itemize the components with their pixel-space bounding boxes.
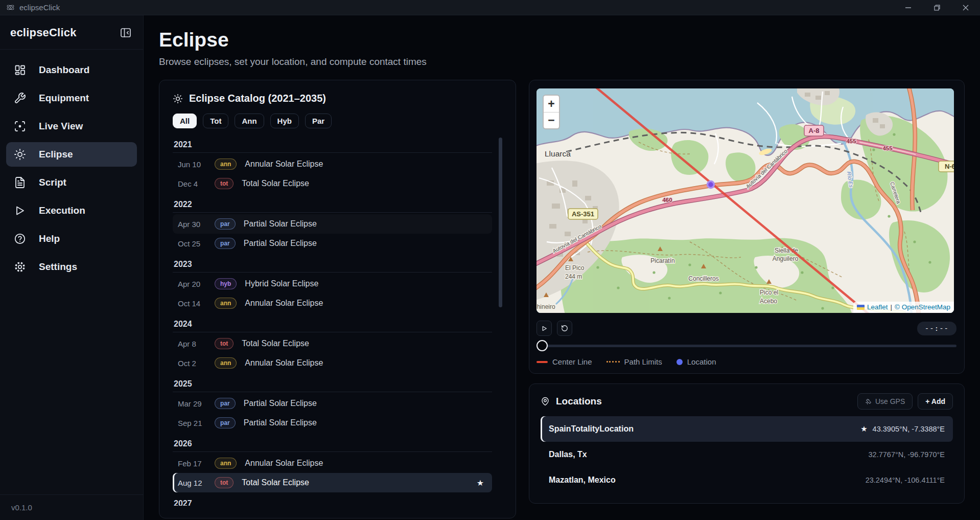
reset-button[interactable] [557, 321, 572, 336]
location-marker[interactable] [708, 182, 714, 188]
play-icon [541, 325, 548, 332]
eclipse-row-selected[interactable]: Aug 12 tot Total Solar Eclipse ★ [173, 473, 492, 492]
location-row[interactable]: Mazatlan, Mexico 23.2494°N, -106.4111°E [541, 467, 953, 493]
locations-title: Locations [556, 396, 602, 407]
location-row[interactable]: Dallas, Tx 32.7767°N, -96.7970°E [541, 442, 953, 467]
map-panel: A-8 AS-351 N-63 460 455 455 [529, 80, 965, 374]
eclipse-row[interactable]: Oct 14 ann Annular Solar Eclipse [173, 293, 492, 313]
eclipse-row[interactable]: Dec 4 tot Total Solar Eclipse [173, 174, 492, 193]
satellite-icon [865, 398, 872, 405]
legend-center-line: Center Line [536, 357, 592, 366]
sidebar-item-dashboard[interactable]: Dashboard [6, 58, 137, 82]
sidebar-item-execution[interactable]: Execution [6, 198, 137, 223]
map-label-pico-acebo-2: Acebo [760, 298, 777, 305]
locations-panel: Locations Use GPS + Add [529, 383, 965, 504]
type-badge: ann [215, 159, 237, 170]
star-icon: ★ [860, 424, 867, 434]
minimize-button[interactable] [894, 0, 923, 15]
catalog-filters: All Tot Ann Hyb Par [173, 114, 502, 128]
map-label-siella-2: Anguilero [773, 255, 799, 262]
filter-ann[interactable]: Ann [235, 114, 264, 128]
filter-par[interactable]: Par [305, 114, 332, 128]
openstreetmap-link[interactable]: © OpenStreetMap [895, 303, 950, 311]
eclipse-row[interactable]: Oct 2 ann Annular Solar Eclipse [173, 353, 492, 373]
eclipse-row[interactable]: Apr 30 par Partial Solar Eclipse [173, 214, 492, 234]
type-badge: ann [215, 298, 237, 309]
map-zoom-out-button[interactable]: − [544, 112, 559, 128]
type-badge: par [215, 398, 236, 409]
dashboard-icon [14, 64, 26, 76]
type-badge: tot [215, 477, 234, 488]
year-header: 2022 [173, 196, 492, 213]
gear-icon [14, 261, 26, 273]
eclipse-row[interactable]: Apr 8 tot Total Solar Eclipse [173, 334, 492, 353]
app-version: v0.1.0 [0, 494, 143, 520]
sidebar-item-label: Live View [39, 121, 83, 132]
legend-location: Location [676, 357, 716, 366]
map-zoom-in-button[interactable]: + [544, 96, 559, 112]
eclipse-row[interactable]: Sep 21 par Partial Solar Eclipse [173, 413, 492, 433]
favorite-star-icon[interactable]: ★ [477, 478, 487, 488]
scan-eye-icon [14, 120, 26, 132]
type-badge: par [215, 238, 236, 249]
catalog-title: Eclipse Catalog (2021–2035) [189, 93, 326, 104]
year-group: 2027 [173, 495, 492, 506]
eclipse-catalog-panel: Eclipse Catalog (2021–2035) All Tot Ann … [159, 80, 516, 518]
filter-tot[interactable]: Tot [203, 114, 228, 128]
sidebar-item-settings[interactable]: Settings [6, 255, 137, 279]
type-badge: par [215, 218, 236, 230]
brand: eclipseClick [10, 26, 77, 39]
maximize-button[interactable] [923, 0, 951, 15]
sidebar-item-label: Eclipse [39, 149, 73, 160]
reset-icon [561, 325, 568, 332]
legend-path-limits: Path Limits [606, 357, 662, 366]
eclipse-row[interactable]: Feb 17 ann Annular Solar Eclipse [173, 454, 492, 473]
map-zoom-control: + − [543, 95, 560, 129]
slider-track[interactable] [536, 345, 956, 347]
location-row-selected[interactable]: SpainTotalityLocation ★ 43.3905°N, -7.33… [541, 416, 953, 442]
slider-thumb[interactable] [536, 340, 548, 351]
sidebar-item-label: Execution [39, 205, 85, 216]
map-image: A-8 AS-351 N-63 460 455 455 [536, 88, 954, 313]
sidebar-item-help[interactable]: Help [6, 227, 137, 251]
help-circle-icon [14, 233, 26, 245]
scrollbar-thumb[interactable] [499, 138, 502, 307]
year-header: 2026 [173, 436, 492, 452]
eclipse-row[interactable]: Apr 20 hyb Hybrid Solar Eclipse [173, 274, 492, 293]
eclipse-row[interactable]: Oct 25 par Partial Solar Eclipse [173, 234, 492, 253]
close-button[interactable] [951, 0, 980, 15]
map-exit-455b: 455 [882, 145, 893, 151]
path-limits-swatch [606, 361, 620, 363]
sidebar-item-script[interactable]: Script [6, 170, 137, 195]
location-coords: 32.7767°N, -96.7970°E [869, 450, 945, 459]
sun-icon [173, 94, 183, 104]
sidebar-item-label: Settings [39, 261, 77, 273]
type-badge: ann [215, 357, 237, 369]
eclipse-row[interactable]: Mar 29 par Partial Solar Eclipse [173, 394, 492, 413]
leaflet-link[interactable]: Leaflet [867, 303, 888, 311]
type-badge: ann [215, 458, 237, 469]
map-label-el-pico: El Pico [565, 264, 585, 272]
sidebar-item-label: Help [39, 233, 60, 244]
add-location-button[interactable]: + Add [918, 393, 953, 410]
map-shield-a8: A-8 [809, 127, 820, 134]
eclipse-row[interactable]: Jun 10 ann Annular Solar Eclipse [173, 154, 492, 174]
time-slider[interactable] [536, 340, 956, 352]
type-badge: tot [215, 338, 234, 349]
map-canvas[interactable]: A-8 AS-351 N-63 460 455 455 [536, 88, 954, 313]
filter-all[interactable]: All [173, 114, 197, 128]
sidebar-collapse-button[interactable] [119, 26, 133, 40]
map-exit-460: 460 [662, 197, 672, 203]
sidebar-item-equipment[interactable]: Equipment [6, 86, 137, 110]
play-icon [14, 205, 26, 217]
map-label-concilleros: Concilleros [688, 275, 718, 282]
sidebar-item-eclipse[interactable]: Eclipse [6, 142, 137, 167]
play-button[interactable] [536, 321, 552, 336]
sidebar: eclipseClick Dashboard [0, 15, 144, 520]
use-gps-button[interactable]: Use GPS [857, 393, 913, 410]
year-header: 2027 [173, 495, 492, 506]
map-label-picaratin: Picaratín [650, 257, 674, 264]
catalog-list[interactable]: 2021 Jun 10 ann Annular Solar Eclipse De… [173, 137, 502, 506]
filter-hyb[interactable]: Hyb [270, 114, 299, 128]
sidebar-item-live-view[interactable]: Live View [6, 114, 137, 139]
